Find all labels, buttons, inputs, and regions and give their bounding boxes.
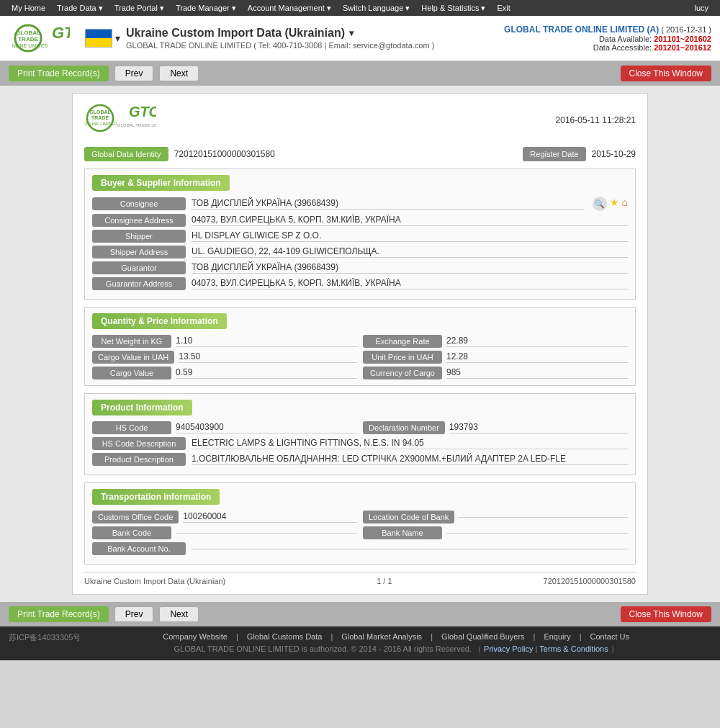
product-desc-row: Product Description 1.ОСВІТЛЮВАЛЬНЕ ОБЛА… [92,453,628,466]
cargo-value-uah-label: Cargo Value in UAH [92,351,174,364]
transport-row-1: Customs Office Code 100260004 Location C… [92,511,628,523]
svg-text:GTO: GTO [129,104,156,120]
currency-cargo-value: 985 [446,367,628,379]
footer-privacy-link[interactable]: Privacy Policy [484,644,533,653]
shipper-label: Shipper [92,230,186,243]
consignee-label: Consignee [92,197,186,210]
footer-link-enquiry[interactable]: Enquiry [544,632,570,641]
field-row-shipper-address: Shipper Address UL. GAUDIEGO, 22, 44-109… [92,246,628,259]
net-weight-value: 1.10 [176,336,357,347]
cargo-value-value: 0.59 [176,367,357,379]
consignee-icons: 🔍 ★ ⌂ [593,197,628,211]
account-company: GLOBAL TRADE ONLINE LIMITED (A) [504,24,659,35]
next-button-top[interactable]: Next [159,66,199,81]
declaration-col: Declaration Number 193793 [363,421,628,434]
logo: GLOBAL TRADE ONLINE LIMITED GTO [9,20,73,56]
field-row-shipper: Shipper HL DISPLAY GLIWICE SP Z O.O. [92,230,628,243]
product-section: Product Information HS Code 9405403900 D… [84,393,636,475]
register-date-value: 2015-10-29 [592,149,636,159]
shipper-value: HL DISPLAY GLIWICE SP Z O.O. [192,230,628,242]
data-accessible-value[interactable]: 201201~201612 [654,43,711,52]
svg-text:ONLINE LIMITED: ONLINE LIMITED [12,43,48,48]
footer-terms-link[interactable]: Terms & Conditions [539,644,608,653]
footer-link-market[interactable]: Global Market Analysis [341,632,422,641]
consignee-address-value: 04073, ВУЛ.СИРЕЦЬКА 5, КОРП. 3М.КИЇВ, УК… [192,215,628,226]
svg-text:ONLINE LIMITED: ONLINE LIMITED [84,122,117,126]
product-row-1: HS Code 9405403900 Declaration Number 19… [92,421,628,434]
page-header: GLOBAL TRADE ONLINE LIMITED GTO ▾ Ukrain… [0,16,720,61]
unit-price-uah-value: 12.28 [446,351,628,363]
company-info: GLOBAL TRADE ONLINE LIMITED (A) ( 2016-1… [504,24,711,52]
print-button-bottom[interactable]: Print Trade Record(s) [9,606,109,622]
bank-name-col: Bank Name [363,526,628,539]
qty-row-3: Cargo Value 0.59 Currency of Cargo 985 [92,367,628,379]
close-button-top[interactable]: Close This Window [621,66,711,81]
footer-link-buyers[interactable]: Global Qualified Buyers [441,632,525,641]
nav-help-statistics[interactable]: Help & Statistics ▾ [415,2,491,14]
nav-trade-manager[interactable]: Trade Manager ▾ [170,2,242,14]
next-button-bottom[interactable]: Next [159,606,199,622]
qty-row-1: Net Weight in KG 1.10 Exchange Rate 22.8… [92,335,628,348]
title-dropdown-icon[interactable]: ▾ [349,28,354,38]
transportation-section: Transportation Information Customs Offic… [84,482,636,565]
page-title: Ukraine Custom Import Data (Ukrainian) ▾ [126,27,504,40]
prev-button-top[interactable]: Prev [114,66,154,81]
nav-switch-language[interactable]: Switch Language ▾ [337,2,415,14]
gdi-label: Global Data Identity [84,147,168,161]
data-accessible-row: Data Accessible: 201201~201612 [504,43,711,52]
customs-code-col: Customs Office Code 100260004 [92,511,357,523]
product-header: Product Information [92,400,192,415]
qty-left-2: Cargo Value in UAH 13.50 [92,351,357,364]
svg-text:GLOBAL TRADE ONLINE LIMITED: GLOBAL TRADE ONLINE LIMITED [117,123,156,127]
footer-link-company[interactable]: Company Website [163,632,228,641]
bank-code-label: Bank Code [92,526,171,539]
customs-office-label: Customs Office Code [92,511,179,523]
location-code-value [459,516,628,518]
nav-account-management[interactable]: Account Management ▾ [242,2,337,14]
bank-code-col: Bank Code [92,526,357,539]
guarantor-label: Guarantor [92,261,186,274]
gdi-value: 720120151000000301580 [174,149,518,159]
footer-link-customs[interactable]: Global Customs Data [247,632,323,641]
prev-button-bottom[interactable]: Prev [114,606,154,622]
flag-dropdown[interactable]: ▾ [115,32,120,44]
data-available-value[interactable]: 201101~201602 [654,35,711,43]
guarantor-value: ТОВ ДИСПЛЕЙ УКРАЇНА (39668439) [192,262,628,274]
home-icon[interactable]: ⌂ [622,197,628,211]
location-code-label: Location Code of Bank [363,511,454,523]
record-card: GLOBAL TRADE ONLINE LIMITED GTO GLOBAL T… [72,93,648,595]
field-row-consignee-address: Consignee Address 04073, ВУЛ.СИРЕЦЬКА 5,… [92,214,628,227]
date-bracket: ( 2016-12-31 ) [661,25,711,34]
hs-code-desc-value: ELECTRIC LAMPS & LIGHTING FITTINGS, N.E.… [192,438,628,449]
star-icon[interactable]: ★ [610,197,619,211]
nav-trade-data[interactable]: Trade Data ▾ [51,2,109,14]
record-header: GLOBAL TRADE ONLINE LIMITED GTO GLOBAL T… [84,102,636,138]
nav-my-home[interactable]: My Home [6,2,51,14]
buyer-supplier-section: Buyer & Supplier Information Consignee Т… [84,168,636,300]
hs-code-desc-row: HS Code Description ELECTRIC LAMPS & LIG… [92,437,628,450]
hs-code-col: HS Code 9405403900 [92,421,357,434]
bank-account-value [192,548,628,549]
bank-name-label: Bank Name [363,526,442,539]
footer-right-id: 720120151000000301580 [544,577,636,585]
close-button-bottom[interactable]: Close This Window [621,606,711,622]
buyer-supplier-header: Buyer & Supplier Information [92,175,230,191]
svg-text:GLOBAL: GLOBAL [89,109,111,114]
main-content: GLOBAL TRADE ONLINE LIMITED GTO GLOBAL T… [0,86,720,602]
currency-cargo-label: Currency of Cargo [363,367,442,379]
search-icon[interactable]: 🔍 [593,197,607,211]
footer-link-contact[interactable]: Contact Us [590,632,629,641]
product-desc-label: Product Description [92,453,186,466]
footer-copyright: GLOBAL TRADE ONLINE LIMITED is authorize… [81,644,711,655]
guarantor-address-label: Guarantor Address [92,277,186,290]
qty-row-2: Cargo Value in UAH 13.50 Unit Price in U… [92,351,628,364]
qty-right-2: Unit Price in UAH 12.28 [363,351,628,364]
nav-trade-portal[interactable]: Trade Portal ▾ [109,2,170,14]
data-available-row: Data Available: 201101~201602 [504,35,711,43]
shipper-address-value: UL. GAUDIEGO, 22, 44-109 GLIWICEПОЛЬЩА. [192,246,628,258]
print-button-top[interactable]: Print Trade Record(s) [9,66,109,81]
nav-exit[interactable]: Exit [491,2,516,14]
field-row-guarantor: Guarantor ТОВ ДИСПЛЕЙ УКРАЇНА (39668439) [92,261,628,274]
qty-left-3: Cargo Value 0.59 [92,367,357,379]
declaration-number-value: 193793 [449,422,628,433]
